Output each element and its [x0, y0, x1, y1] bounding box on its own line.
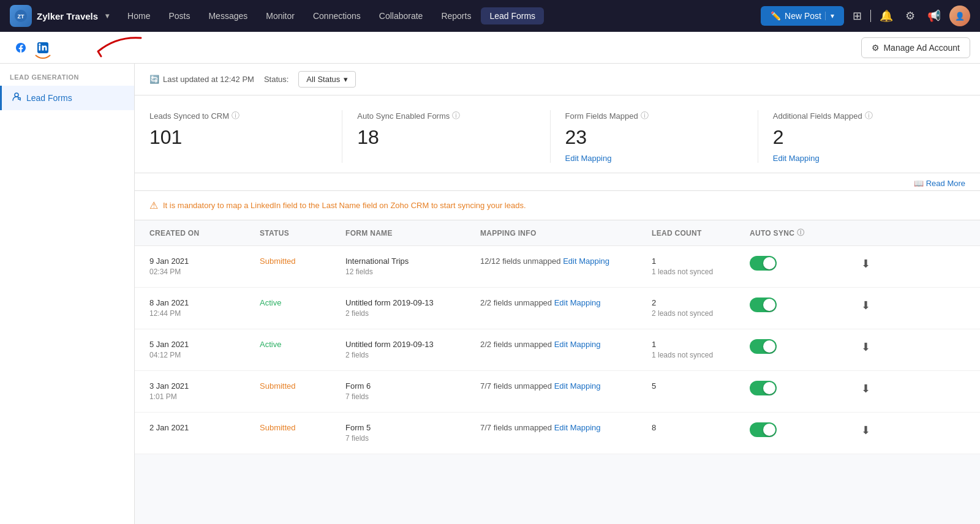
edit-mapping-inline-1[interactable]: Edit Mapping [554, 298, 601, 307]
sidebar-section-label: LEAD GENERATION [0, 73, 134, 86]
td-auto-sync-2 [750, 339, 860, 357]
read-more-wrapper: 📖 Read More [135, 173, 980, 190]
sidebar-item-lead-forms-label: Lead Forms [26, 93, 72, 103]
download-button-0[interactable]: ⬇ [860, 256, 872, 272]
nav-item-posts[interactable]: Posts [160, 7, 198, 24]
form-fields-text-2: 2 fields [345, 350, 480, 361]
stat-additional-fields-label: Additional Fields Mapped [773, 111, 862, 121]
stat-auto-sync-label: Auto Sync Enabled Forms [357, 111, 450, 121]
th-auto-sync: AUTO SYNC ⓘ [750, 228, 860, 238]
lead-forms-icon [12, 92, 21, 104]
stat-auto-sync: Auto Sync Enabled Forms ⓘ 18 [342, 110, 550, 163]
sidebar-item-lead-forms[interactable]: Lead Forms [0, 86, 134, 110]
th-status: STATUS [260, 228, 345, 238]
edit-mapping-link-1[interactable]: Edit Mapping [565, 154, 743, 163]
td-time-0: 02:34 PM [149, 267, 260, 277]
nav-item-monitor[interactable]: Monitor [257, 7, 303, 24]
content-area: 🔄 Last updated at 12:42 PM Status: All S… [135, 64, 980, 524]
new-post-dropdown-icon[interactable]: ▾ [825, 12, 834, 20]
edit-mapping-inline-2[interactable]: Edit Mapping [554, 340, 601, 349]
manage-ad-account-label: Manage Ad Account [883, 43, 960, 53]
edit-mapping-inline-0[interactable]: Edit Mapping [563, 256, 609, 266]
nav-item-messages[interactable]: Messages [200, 7, 256, 24]
td-form-name-4: Form 5 7 fields [345, 422, 480, 444]
svg-point-5 [15, 93, 18, 97]
auto-sync-toggle-3[interactable] [750, 381, 777, 395]
stat-additional-fields-value: 2 [773, 126, 951, 149]
stat-form-fields: Form Fields Mapped ⓘ 23 Edit Mapping [551, 110, 758, 163]
auto-sync-toggle-0[interactable] [750, 256, 777, 271]
user-avatar[interactable]: 👤 [949, 6, 970, 26]
brand-name: Zylker Travels [37, 11, 98, 21]
social-bar: ⚙ Manage Ad Account [0, 32, 980, 64]
info-icon-1[interactable]: ⓘ [232, 110, 239, 121]
td-download-4: ⬇ [860, 422, 897, 438]
grid-icon-button[interactable]: ⊞ [849, 6, 865, 26]
download-button-3[interactable]: ⬇ [860, 381, 872, 397]
brand-logo: ZT [10, 5, 32, 27]
td-form-name-1: Untitled form 2019-09-13 2 fields [345, 298, 480, 319]
leads-not-synced-2: 1 leads not synced [652, 350, 750, 361]
td-auto-sync-3 [750, 381, 860, 399]
info-icon-4[interactable]: ⓘ [865, 110, 873, 121]
auto-sync-info-icon[interactable]: ⓘ [797, 228, 804, 238]
nav-right: ✏️ New Post ▾ ⊞ 🔔 ⚙ 📢 👤 [761, 6, 970, 26]
edit-mapping-inline-4[interactable]: Edit Mapping [554, 423, 601, 432]
pencil-icon: ✏️ [771, 11, 781, 21]
sidebar: LEAD GENERATION Lead Forms [0, 64, 135, 524]
td-date-value-0: 9 Jan 2021 [149, 256, 260, 267]
bell-icon-button[interactable]: 🔔 [876, 6, 897, 26]
warning-icon: ⚠ [149, 200, 158, 211]
read-more-link[interactable]: 📖 Read More [914, 179, 965, 188]
svg-text:ZT: ZT [18, 13, 24, 20]
stat-leads-synced-label: Leads Synced to CRM [149, 111, 229, 121]
lead-count-value-2: 1 [652, 339, 750, 350]
manage-ad-account-button[interactable]: ⚙ Manage Ad Account [861, 37, 970, 58]
auto-sync-toggle-2[interactable] [750, 339, 777, 354]
brand[interactable]: ZT Zylker Travels ▾ [10, 5, 109, 27]
status-dropdown-icon: ▾ [344, 75, 348, 84]
td-date-3: 3 Jan 2021 1:01 PM [149, 381, 260, 402]
download-button-4[interactable]: ⬇ [860, 422, 872, 438]
td-mapping-2: 2/2 fields unmapped Edit Mapping [480, 339, 652, 350]
edit-mapping-inline-3[interactable]: Edit Mapping [554, 381, 601, 391]
warning-text: It is mandatory to map a LinkedIn field … [163, 201, 526, 210]
settings-icon-button[interactable]: ⚙ [902, 6, 919, 26]
download-button-1[interactable]: ⬇ [860, 298, 872, 313]
td-time-1: 12:44 PM [149, 309, 260, 319]
form-name-text-1: Untitled form 2019-09-13 [345, 298, 480, 309]
auto-sync-toggle-4[interactable] [750, 422, 777, 437]
info-icon-2[interactable]: ⓘ [452, 110, 460, 121]
nav-item-collaborate[interactable]: Collaborate [371, 7, 432, 24]
nav-item-home[interactable]: Home [119, 7, 159, 24]
td-date-value-4: 2 Jan 2021 [149, 422, 260, 433]
facebook-icon-button[interactable] [10, 37, 32, 59]
lead-count-value-4: 8 [652, 422, 750, 433]
form-fields-text-1: 2 fields [345, 309, 480, 319]
nav-item-lead-forms[interactable]: Lead Forms [481, 7, 544, 24]
info-icon-3[interactable]: ⓘ [641, 110, 649, 121]
svg-rect-3 [39, 45, 41, 50]
stats-section: Leads Synced to CRM ⓘ 101 Auto Sync Enab… [135, 95, 980, 191]
td-date-0: 9 Jan 2021 02:34 PM [149, 256, 260, 277]
refresh-button[interactable]: 🔄 Last updated at 12:42 PM [149, 75, 254, 84]
td-mapping-0: 12/12 fields unmapped Edit Mapping [480, 256, 652, 267]
td-lead-count-0: 1 1 leads not synced [652, 256, 750, 277]
status-dropdown[interactable]: All Status ▾ [298, 71, 356, 88]
table-header: CREATED ON STATUS FORM NAME MAPPING INFO… [135, 220, 980, 246]
td-status-1: Active [260, 298, 345, 309]
linkedin-icon-button[interactable] [32, 37, 54, 59]
nav-item-reports[interactable]: Reports [432, 7, 480, 24]
nav-item-connections[interactable]: Connections [304, 7, 369, 24]
new-post-button[interactable]: ✏️ New Post ▾ [761, 6, 844, 26]
main-layout: LEAD GENERATION Lead Forms 🔄 Last update… [0, 64, 980, 524]
lead-count-value-3: 5 [652, 381, 750, 392]
download-button-2[interactable]: ⬇ [860, 339, 872, 355]
edit-mapping-link-2[interactable]: Edit Mapping [773, 154, 951, 163]
td-time-3: 1:01 PM [149, 392, 260, 402]
auto-sync-toggle-1[interactable] [750, 298, 777, 312]
td-date-value-2: 5 Jan 2021 [149, 339, 260, 350]
stat-auto-sync-value: 18 [357, 126, 535, 149]
td-date-value-3: 3 Jan 2021 [149, 381, 260, 392]
megaphone-icon-button[interactable]: 📢 [924, 6, 944, 26]
